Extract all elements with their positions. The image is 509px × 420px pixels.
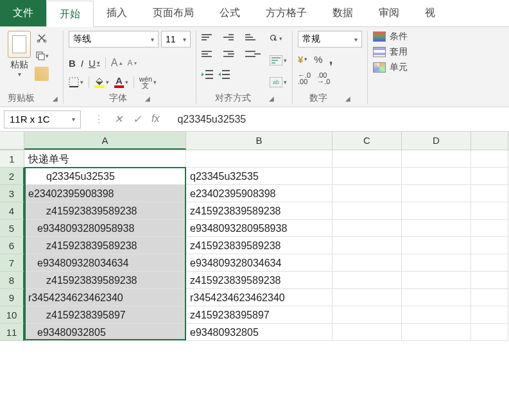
cell[interactable] — [471, 306, 508, 324]
cell[interactable] — [402, 306, 471, 324]
cell[interactable] — [471, 254, 508, 272]
cell[interactable] — [332, 220, 402, 237]
tab-view[interactable]: 视 — [412, 0, 448, 26]
row-header[interactable]: 10 — [0, 306, 24, 324]
row-header[interactable]: 3 — [0, 185, 24, 202]
insert-function-button[interactable]: fx — [151, 113, 159, 125]
tab-formulas[interactable]: 公式 — [207, 0, 253, 26]
align-bottom-button[interactable] — [245, 31, 261, 44]
column-header-a[interactable]: A — [24, 132, 186, 150]
cell[interactable] — [471, 272, 508, 289]
cell[interactable]: e9348093280958938 — [186, 220, 332, 237]
cell[interactable]: q23345u32535 — [24, 168, 186, 185]
cell[interactable] — [471, 289, 508, 306]
cell[interactable] — [332, 289, 402, 306]
font-name-combo[interactable]: 等线 ▾ — [69, 31, 159, 48]
align-top-button[interactable] — [202, 31, 217, 44]
tab-home[interactable]: 开始 — [46, 1, 94, 27]
align-right-button[interactable] — [245, 48, 261, 60]
tab-ffgz[interactable]: 方方格子 — [253, 0, 320, 26]
row-header[interactable]: 5 — [0, 220, 24, 237]
formula-input[interactable]: q23345u32535 — [168, 114, 509, 125]
conditional-format-button[interactable]: 条件 — [373, 31, 408, 42]
borders-button[interactable]: ▾ — [69, 74, 83, 90]
cell[interactable]: e23402395908398 — [186, 185, 332, 202]
cell[interactable]: z415923839589238 — [186, 202, 332, 220]
currency-button[interactable]: ¥▾ — [298, 51, 307, 67]
cell[interactable]: q23345u32535 — [186, 168, 332, 185]
cell[interactable]: e93480932805 — [186, 324, 332, 341]
bold-button[interactable]: B — [69, 55, 76, 71]
row-header[interactable]: 1 — [0, 150, 24, 168]
cell[interactable] — [332, 254, 402, 272]
select-all-corner[interactable] — [0, 132, 24, 150]
cell[interactable]: z415923839589238 — [186, 237, 332, 254]
tab-data[interactable]: 数据 — [320, 0, 366, 26]
tab-review[interactable]: 审阅 — [366, 0, 412, 26]
cell[interactable] — [186, 150, 332, 168]
cell[interactable]: z415923839589238 — [24, 237, 186, 254]
cell[interactable] — [402, 150, 471, 168]
copy-button[interactable]: ▾ — [35, 49, 49, 63]
cell[interactable]: 快递单号 — [24, 150, 186, 168]
column-header-c[interactable]: C — [332, 132, 402, 150]
increase-indent-button[interactable] — [218, 67, 230, 82]
cell[interactable] — [402, 254, 471, 272]
column-header-e[interactable] — [471, 132, 508, 150]
cell[interactable]: r3454234623462340 — [186, 289, 332, 306]
cell[interactable] — [332, 150, 402, 168]
shrink-font-button[interactable]: A▾ — [128, 55, 137, 71]
cell[interactable] — [332, 185, 402, 202]
cell[interactable] — [402, 272, 471, 289]
cell[interactable] — [471, 324, 508, 341]
cell[interactable]: r3454234623462340 — [24, 289, 186, 306]
cell[interactable] — [402, 289, 471, 306]
cell[interactable] — [471, 185, 508, 202]
cell[interactable] — [471, 237, 508, 254]
row-header[interactable]: 2 — [0, 168, 24, 185]
tab-insert[interactable]: 插入 — [94, 0, 140, 26]
row-header[interactable]: 6 — [0, 237, 24, 254]
cell[interactable] — [332, 202, 402, 220]
cell[interactable]: z4159238395897 — [24, 306, 186, 324]
paste-button[interactable]: 粘贴 ▾ — [8, 31, 31, 78]
cell[interactable] — [402, 168, 471, 185]
cell[interactable] — [332, 237, 402, 254]
decrease-indent-button[interactable] — [202, 67, 213, 82]
font-launcher[interactable]: ◢ — [145, 95, 150, 102]
orientation-button[interactable]: ⟳▾ — [270, 31, 287, 46]
row-header[interactable]: 4 — [0, 202, 24, 220]
italic-button[interactable]: I — [81, 55, 83, 71]
format-painter-button[interactable] — [35, 67, 49, 81]
accept-formula-button[interactable]: ✓ — [133, 113, 141, 125]
clipboard-launcher[interactable]: ◢ — [53, 95, 58, 102]
row-header[interactable]: 7 — [0, 254, 24, 272]
cell[interactable] — [332, 324, 402, 341]
cell[interactable] — [332, 168, 402, 185]
cell[interactable] — [471, 220, 508, 237]
cell[interactable]: e23402395908398 — [24, 185, 186, 202]
tab-page-layout[interactable]: 页面布局 — [140, 0, 207, 26]
merge-button[interactable]: ab ▾ — [270, 74, 287, 90]
cell[interactable] — [402, 324, 471, 341]
cell[interactable] — [332, 306, 402, 324]
cell[interactable]: e934809328034634 — [24, 254, 186, 272]
fill-color-button[interactable]: ⬙▾ — [94, 74, 109, 90]
cell[interactable]: e93480932805 — [24, 324, 186, 341]
cell-styles-button[interactable]: 单元 — [373, 62, 408, 73]
row-header[interactable]: 11 — [0, 324, 24, 341]
cell[interactable]: z4159238395897 — [186, 306, 332, 324]
underline-button[interactable]: U▾ — [89, 55, 100, 71]
percent-button[interactable]: % — [314, 51, 322, 67]
name-box[interactable]: 11R x 1C ▾ — [4, 110, 81, 128]
row-header[interactable]: 8 — [0, 272, 24, 289]
row-header[interactable]: 9 — [0, 289, 24, 306]
cut-button[interactable] — [35, 31, 49, 45]
cell[interactable]: e934809328034634 — [186, 254, 332, 272]
increase-decimal-button[interactable]: ←.0 .00 — [298, 71, 311, 86]
comma-button[interactable]: , — [329, 51, 333, 67]
cell[interactable] — [332, 272, 402, 289]
align-middle-button[interactable] — [223, 31, 239, 44]
column-header-d[interactable]: D — [402, 132, 471, 150]
cell[interactable] — [402, 220, 471, 237]
